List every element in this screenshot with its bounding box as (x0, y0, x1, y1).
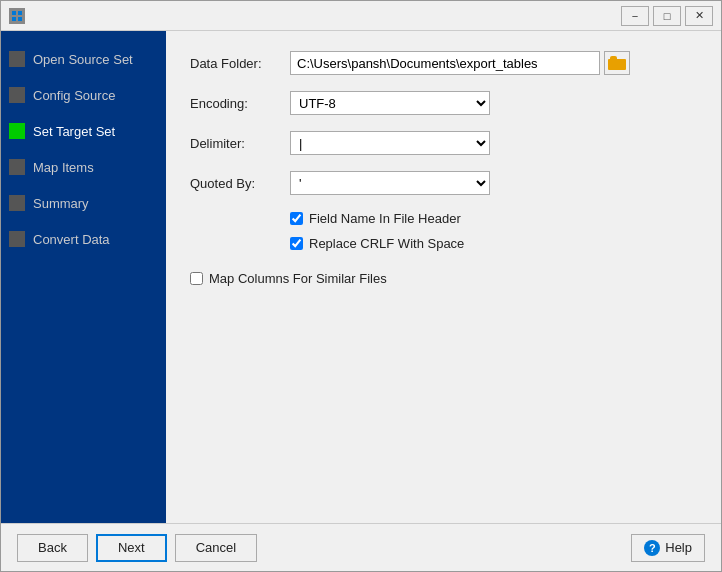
sidebar-item-summary[interactable]: Summary (1, 185, 166, 221)
field-name-checkbox[interactable] (290, 212, 303, 225)
svg-rect-0 (12, 11, 16, 15)
data-folder-label: Data Folder: (190, 56, 290, 71)
encoding-label: Encoding: (190, 96, 290, 111)
title-bar-controls: − □ ✕ (621, 6, 713, 26)
delimiter-label: Delimiter: (190, 136, 290, 151)
step-indicator-convert-data (9, 231, 25, 247)
main-content: Open Source Set Config Source Set Target… (1, 31, 721, 523)
sidebar-item-map-items[interactable]: Map Items (1, 149, 166, 185)
sidebar-label-convert-data: Convert Data (33, 232, 110, 247)
app-icon (9, 8, 25, 24)
close-button[interactable]: ✕ (685, 6, 713, 26)
encoding-wrapper: UTF-8 UTF-16 ASCII ISO-8859-1 (290, 91, 697, 115)
sidebar-item-open-source-set[interactable]: Open Source Set (1, 41, 166, 77)
quoted-by-wrapper: ' " None (290, 171, 697, 195)
quoted-by-row: Quoted By: ' " None (190, 171, 697, 195)
map-columns-checkbox[interactable] (190, 272, 203, 285)
main-window: − □ ✕ Open Source Set Config Source Set … (0, 0, 722, 572)
next-button[interactable]: Next (96, 534, 167, 562)
map-columns-label[interactable]: Map Columns For Similar Files (209, 271, 387, 286)
svg-rect-2 (12, 17, 16, 21)
step-indicator-summary (9, 195, 25, 211)
title-bar: − □ ✕ (1, 1, 721, 31)
sidebar-label-set-target-set: Set Target Set (33, 124, 115, 139)
encoding-row: Encoding: UTF-8 UTF-16 ASCII ISO-8859-1 (190, 91, 697, 115)
map-columns-row: Map Columns For Similar Files (190, 271, 697, 286)
replace-crlf-row: Replace CRLF With Space (290, 236, 697, 251)
step-indicator-open-source-set (9, 51, 25, 67)
svg-rect-1 (18, 11, 22, 15)
sidebar-item-set-target-set[interactable]: Set Target Set (1, 113, 166, 149)
replace-crlf-checkbox[interactable] (290, 237, 303, 250)
sidebar-label-config-source: Config Source (33, 88, 115, 103)
sidebar-label-map-items: Map Items (33, 160, 94, 175)
replace-crlf-label[interactable]: Replace CRLF With Space (309, 236, 464, 251)
help-label: Help (665, 540, 692, 555)
sidebar-label-open-source-set: Open Source Set (33, 52, 133, 67)
step-indicator-map-items (9, 159, 25, 175)
delimiter-wrapper: | , ; Tab (290, 131, 697, 155)
quoted-by-select[interactable]: ' " None (290, 171, 490, 195)
quoted-by-label: Quoted By: (190, 176, 290, 191)
sidebar-label-summary: Summary (33, 196, 89, 211)
browse-button[interactable] (604, 51, 630, 75)
step-indicator-config-source (9, 87, 25, 103)
form-area: Data Folder: Encoding: UTF-8 UTF-1 (190, 51, 697, 503)
right-panel: Data Folder: Encoding: UTF-8 UTF-1 (166, 31, 721, 523)
back-button[interactable]: Back (17, 534, 88, 562)
folder-icon (608, 56, 626, 70)
bottom-bar: Back Next Cancel ? Help (1, 523, 721, 571)
delimiter-select[interactable]: | , ; Tab (290, 131, 490, 155)
step-indicator-set-target-set (9, 123, 25, 139)
sidebar-item-convert-data[interactable]: Convert Data (1, 221, 166, 257)
data-folder-row: Data Folder: (190, 51, 697, 75)
data-folder-wrapper (290, 51, 697, 75)
field-name-row: Field Name In File Header (290, 211, 697, 226)
encoding-select[interactable]: UTF-8 UTF-16 ASCII ISO-8859-1 (290, 91, 490, 115)
sidebar-item-config-source[interactable]: Config Source (1, 77, 166, 113)
help-icon: ? (644, 540, 660, 556)
delimiter-row: Delimiter: | , ; Tab (190, 131, 697, 155)
help-button[interactable]: ? Help (631, 534, 705, 562)
field-name-label[interactable]: Field Name In File Header (309, 211, 461, 226)
maximize-button[interactable]: □ (653, 6, 681, 26)
data-folder-input[interactable] (290, 51, 600, 75)
sidebar: Open Source Set Config Source Set Target… (1, 31, 166, 523)
title-bar-left (9, 8, 25, 24)
minimize-button[interactable]: − (621, 6, 649, 26)
svg-rect-3 (18, 17, 22, 21)
cancel-button[interactable]: Cancel (175, 534, 257, 562)
